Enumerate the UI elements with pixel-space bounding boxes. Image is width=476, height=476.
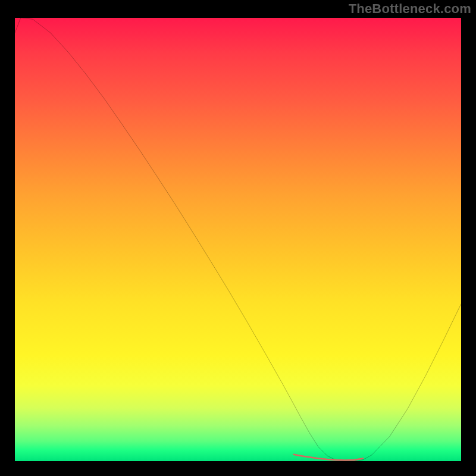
attribution-text: TheBottleneck.com	[349, 1, 471, 17]
plot-area	[15, 18, 461, 461]
optimal-marker	[294, 455, 363, 461]
chart-frame: TheBottleneck.com	[0, 0, 476, 476]
curve-layer	[15, 18, 461, 461]
bottleneck-curve	[15, 18, 461, 461]
